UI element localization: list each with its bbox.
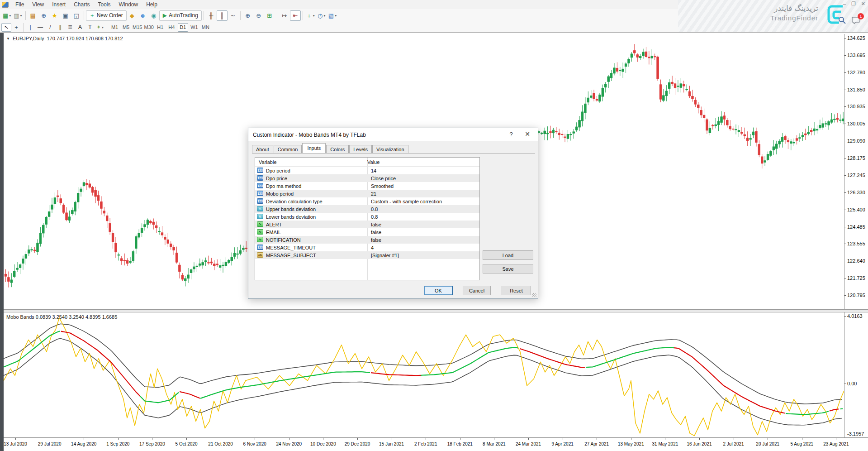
contacts-icon[interactable]: ☻ (138, 10, 148, 21)
input-value[interactable]: [Signaler #1] (367, 253, 399, 258)
dialog-close-icon[interactable]: ✕ (522, 130, 533, 138)
periods-button[interactable]: ◷▾ (316, 10, 327, 21)
input-row[interactable]: ½Upper bands deviation0.8 (255, 205, 479, 213)
fibonacci-button[interactable]: ≣ (65, 23, 75, 32)
chat-icon[interactable]: 1 (852, 16, 861, 24)
input-row[interactable]: 123Deviation calculation typeCustom - wi… (255, 197, 479, 205)
tab-levels[interactable]: Levels (349, 145, 372, 154)
favorites-button[interactable]: ★ (49, 10, 60, 21)
date-axis[interactable]: 13 Jul 202029 Jul 202014 Aug 20201 Sep 2… (4, 437, 868, 451)
terminal-button[interactable]: ▣ (60, 10, 71, 21)
cancel-button[interactable]: Cancel (463, 286, 491, 295)
input-value[interactable]: false (367, 230, 381, 235)
timeframe-h4[interactable]: H4 (166, 23, 177, 32)
save-button[interactable]: Save (483, 264, 533, 273)
menu-item-tools[interactable]: Tools (94, 0, 115, 9)
menu-item-insert[interactable]: Insert (48, 0, 70, 9)
mobo-bands-panel[interactable] (4, 312, 844, 437)
input-value[interactable]: Smoothed (367, 183, 394, 189)
reset-button[interactable]: Reset (502, 286, 531, 295)
input-value[interactable]: Custom - with sample correction (367, 199, 442, 204)
input-value[interactable]: false (367, 237, 381, 243)
input-value[interactable]: 0.8 (367, 214, 378, 220)
tab-colors[interactable]: Colors (326, 145, 349, 154)
market-watch-button[interactable]: ▤ (28, 10, 38, 21)
input-value[interactable]: 14 (367, 168, 376, 173)
tab-about[interactable]: About (252, 145, 273, 154)
input-value[interactable]: 0.8 (367, 206, 378, 212)
expert-advisors-icon[interactable]: ◆ (127, 10, 138, 21)
help-button[interactable]: ? (506, 131, 516, 138)
search-icon[interactable] (838, 16, 846, 24)
text-button[interactable]: A (75, 23, 85, 32)
resize-grip[interactable] (532, 293, 536, 297)
strategy-tester-button[interactable]: ◱ (71, 10, 82, 21)
timeframe-m15[interactable]: M15 (132, 23, 142, 32)
zoom-out-button[interactable]: ⊖ (253, 10, 264, 21)
input-row[interactable]: ∿ALERTfalse (255, 221, 479, 228)
restore-button[interactable]: ❐ (851, 1, 856, 7)
input-row[interactable]: ∿NOTIFICATIONfalse (255, 236, 479, 244)
input-value[interactable]: Close price (367, 176, 396, 181)
timeframe-h1[interactable]: H1 (155, 23, 166, 32)
timeframe-m30[interactable]: M30 (143, 23, 154, 32)
crosshair-button[interactable]: ＋ (11, 23, 21, 32)
equidistant-channel-button[interactable]: ∥ (55, 23, 65, 32)
timeframe-w1[interactable]: W1 (189, 23, 199, 32)
menu-item-view[interactable]: View (28, 0, 48, 9)
input-row[interactable]: 123Mobo period21 (255, 190, 479, 197)
timeframe-m5[interactable]: M5 (121, 23, 131, 32)
input-row[interactable]: 123Dpo priceClose price (255, 174, 479, 182)
input-row[interactable]: abMESSAGE_SUBJECT[Signaler #1] (255, 251, 479, 259)
text-label-button[interactable]: T (85, 23, 95, 32)
indicators-button[interactable]: ＋▾ (305, 10, 316, 21)
candlestick-button[interactable]: ║ (217, 10, 228, 21)
input-row[interactable]: ½Lower bands deviation0.8 (255, 213, 479, 221)
signals-icon[interactable]: ◉ (148, 10, 159, 21)
trendline-button[interactable]: / (45, 23, 55, 32)
menu-item-file[interactable]: File (11, 0, 28, 9)
tab-common[interactable]: Common (274, 145, 302, 154)
vertical-line-button[interactable]: | (25, 23, 35, 32)
input-value[interactable]: false (367, 222, 381, 227)
templates-button[interactable]: ▧▾ (327, 10, 338, 21)
input-row[interactable]: 123MESSAGE_TIMEOUT4 (255, 244, 479, 251)
tab-visualization[interactable]: Visualization (372, 145, 408, 154)
input-row[interactable]: ∿EMAILfalse (255, 228, 479, 236)
ok-button[interactable]: OK (424, 286, 453, 295)
input-row[interactable]: 123Dpo period14 (255, 167, 479, 174)
cursor-button[interactable]: ↖ (1, 23, 11, 32)
collapse-triangle-icon[interactable]: ▼ (6, 37, 10, 41)
date-tick (699, 438, 700, 440)
menu-item-window[interactable]: Window (115, 0, 142, 9)
inputs-table[interactable]: Variable Value 123Dpo period14123Dpo pri… (255, 157, 480, 280)
zoom-in-button[interactable]: ⊕ (242, 10, 253, 21)
input-row[interactable]: 123Dpo ma methodSmoothed (255, 182, 479, 190)
tab-inputs[interactable]: Inputs (302, 143, 326, 153)
load-button[interactable]: Load (483, 250, 533, 260)
shapes-button[interactable]: ✦▾ (95, 23, 105, 32)
line-chart-button[interactable]: ∼ (228, 10, 238, 21)
timeframe-mn[interactable]: MN (200, 23, 211, 32)
panel-splitter[interactable] (4, 309, 868, 312)
auto-scroll-button[interactable]: ↦ (279, 10, 290, 21)
price-axis[interactable]: 134.625133.695132.780131.850130.935130.0… (844, 34, 868, 309)
bar-chart-button[interactable]: ╫ (206, 10, 217, 21)
menu-item-charts[interactable]: Charts (70, 0, 94, 9)
menu-item-help[interactable]: Help (142, 0, 161, 9)
tile-windows-button[interactable]: ⊞ (264, 10, 275, 21)
profiles-button[interactable]: ▥▾ (12, 10, 23, 21)
navigator-button[interactable]: ⊕ (38, 10, 49, 21)
timeframe-m1[interactable]: M1 (109, 23, 120, 32)
input-value[interactable]: 21 (367, 191, 376, 197)
close-button[interactable]: ✕ (861, 1, 865, 7)
input-value[interactable]: 4 (367, 245, 374, 250)
dialog-title-bar[interactable]: Custom Indicator - Mobo Bands MT4 by TFL… (248, 128, 538, 141)
chart-shift-button[interactable]: ⇤ (290, 10, 301, 21)
indicator-axis[interactable]: 4.01630.00-3.1957 (844, 312, 868, 437)
autotrading-button[interactable]: ▶AutoTrading (159, 10, 202, 21)
timeframe-d1[interactable]: D1 (178, 23, 188, 32)
new-order-button[interactable]: ＋New Order (86, 10, 127, 21)
new-chart-button[interactable]: ▦▾ (1, 10, 12, 21)
horizontal-line-button[interactable]: — (35, 23, 45, 32)
